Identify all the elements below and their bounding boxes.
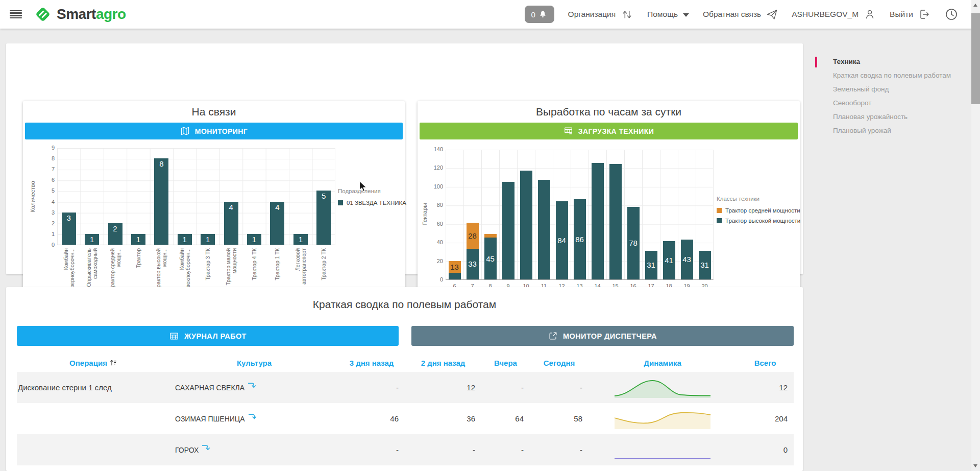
work-journal-button[interactable]: ЖУРНАЛ РАБОТ xyxy=(17,326,399,346)
stacked-bar-segment-high-power[interactable]: 86 xyxy=(574,199,586,279)
column-header-culture[interactable]: Культура xyxy=(170,359,338,367)
column-header-yesterday[interactable]: Вчера xyxy=(481,359,530,367)
drilldown-icon[interactable] xyxy=(202,443,210,452)
user-menu[interactable]: ASHURBEGOV_M xyxy=(792,8,876,20)
bar-value-label: 1 xyxy=(201,235,215,244)
cell-dynamics xyxy=(589,377,737,398)
legend-label: Трактор высокой мощности xyxy=(725,218,800,224)
drilldown-icon[interactable] xyxy=(248,412,257,421)
monitoring-button[interactable]: МОНИТОРИНГ xyxy=(25,123,403,139)
stacked-bar-segment-high-power[interactable] xyxy=(502,182,514,279)
stacked-bar-segment-high-power[interactable]: 43 xyxy=(681,240,693,279)
hamburger-menu-icon[interactable] xyxy=(10,10,22,19)
top-bar: Smartagro 0 Организация Помощь xyxy=(0,0,980,29)
legend-swatch xyxy=(717,218,722,223)
output-stacked-bar-plot: 1333284584867831414331 xyxy=(446,150,714,280)
column-header-total[interactable]: Всего xyxy=(737,359,794,367)
column-header-operation[interactable]: Операция xyxy=(17,359,170,367)
cell-dynamics xyxy=(589,439,737,461)
stacked-bar-segment-high-power[interactable]: 45 xyxy=(484,238,497,279)
stacked-bar-segment-medium-power[interactable]: 28 xyxy=(467,223,479,249)
legend-label: Трактор средней мощности xyxy=(725,207,800,214)
bar-segment[interactable]: 1 xyxy=(247,234,261,245)
equipment-load-button[interactable]: ЗАГРУЗКА ТЕХНИКИ xyxy=(420,123,798,139)
bar-segment[interactable]: 2 xyxy=(108,223,122,245)
stacked-bar-segment-high-power[interactable]: 33 xyxy=(467,249,479,279)
sidebar-item-2[interactable]: Краткая сводка по полевым работам xyxy=(815,71,968,80)
y-axis-tick-label: 100 xyxy=(424,183,443,190)
y-axis-tick-label: 8 xyxy=(35,155,55,161)
stacked-bar-segment-medium-power[interactable]: 13 xyxy=(449,261,461,273)
logo-text: Smartagro xyxy=(57,6,126,22)
stacked-bar-segment-high-power[interactable] xyxy=(538,180,550,279)
stacked-bar-segment-high-power[interactable]: 41 xyxy=(663,241,675,279)
bar-segment[interactable]: 1 xyxy=(131,234,145,245)
y-axis-tick-label: 7 xyxy=(35,166,55,172)
scrollbar-up-arrow[interactable] xyxy=(973,4,977,7)
bar-segment[interactable]: 3 xyxy=(62,213,76,245)
bar-segment[interactable]: 4 xyxy=(224,202,238,245)
bar-value-label: 1 xyxy=(247,235,261,244)
scrollbar-thumb[interactable] xyxy=(971,13,980,104)
bar-segment[interactable]: 5 xyxy=(316,191,331,245)
sidebar-item-4[interactable]: Севооборот xyxy=(815,99,968,108)
map-icon xyxy=(180,126,190,136)
drilldown-icon[interactable] xyxy=(248,381,256,390)
legend-swatch xyxy=(717,208,722,213)
notifications-button[interactable]: 0 xyxy=(525,6,554,23)
smartagro-dashboard: Smartagro 0 Организация Помощь xyxy=(0,0,980,471)
stacked-bar-segment-high-power[interactable] xyxy=(609,164,622,279)
y-axis-tick-label: 5 xyxy=(35,187,55,194)
stacked-bar-segment-high-power[interactable] xyxy=(449,273,461,279)
stacked-bar-segment-high-power[interactable]: 78 xyxy=(627,207,640,279)
scrollbar-down-arrow[interactable] xyxy=(973,464,977,467)
bar-segment[interactable]: 8 xyxy=(154,158,168,245)
history-button[interactable] xyxy=(944,7,959,21)
y-axis-tick-label: 3 xyxy=(35,209,55,216)
bar-value-label: 4 xyxy=(270,203,284,211)
chevron-down-icon xyxy=(683,13,689,17)
help-menu[interactable]: Помощь xyxy=(647,10,689,19)
table-row: ГОРОХ----0 xyxy=(17,434,794,465)
column-header-dynamics[interactable]: Динамика xyxy=(589,359,737,367)
sidebar-item-1[interactable]: Техника xyxy=(815,57,968,66)
stacked-bar-segment-high-power[interactable]: 31 xyxy=(699,251,711,279)
stacked-bar-segment-high-power[interactable] xyxy=(520,171,532,279)
y-axis-tick-label: 4 xyxy=(35,199,55,205)
column-header-3-days-ago[interactable]: 3 дня назад xyxy=(338,359,405,367)
sparkline-green-hump xyxy=(612,377,713,398)
legend-item[interactable]: Трактор высокой мощности xyxy=(717,218,798,224)
stacked-bar-segment-high-power[interactable]: 31 xyxy=(645,251,657,279)
bar-segment[interactable]: 4 xyxy=(270,202,284,245)
y-axis-tick-label: 0 xyxy=(424,276,443,282)
app-logo[interactable]: Smartagro xyxy=(33,5,126,24)
bar-segment[interactable]: 1 xyxy=(85,234,99,245)
stacked-bar-segment-high-power[interactable] xyxy=(592,163,604,279)
sidebar-item-6[interactable]: Плановый урожай xyxy=(815,126,968,135)
username: ASHURBEGOV_M xyxy=(792,10,859,19)
logout-button[interactable]: Выйти xyxy=(890,8,930,20)
bar-segment[interactable]: 1 xyxy=(178,234,192,245)
organization-menu[interactable]: Организация xyxy=(568,8,633,21)
culture-name: ГОРОХ xyxy=(175,446,199,454)
bar-value-label: 5 xyxy=(316,192,331,200)
column-header-2-days-ago[interactable]: 2 дня назад xyxy=(405,359,481,367)
legend-item[interactable]: Трактор средней мощности xyxy=(717,207,798,214)
vertical-scrollbar[interactable] xyxy=(971,0,980,471)
dispatcher-monitor-button[interactable]: МОНИТОР ДИСПЕТЧЕРА xyxy=(411,326,794,346)
stacked-bar-segment-high-power[interactable]: 84 xyxy=(556,201,568,279)
bar-value-label: 1 xyxy=(178,235,192,244)
column-header-today[interactable]: Сегодня xyxy=(530,359,589,367)
bar-segment[interactable]: 1 xyxy=(293,234,308,245)
y-axis-tick-label: 120 xyxy=(424,164,443,171)
cell-dynamics xyxy=(589,408,737,430)
sidebar-item-3[interactable]: Земельный фонд xyxy=(815,85,968,94)
stacked-bar-segment-medium-power[interactable] xyxy=(484,234,497,238)
bar-segment[interactable]: 1 xyxy=(201,234,215,245)
sort-ascending-icon xyxy=(109,359,117,367)
sidebar-item-5[interactable]: Плановая урожайность xyxy=(815,112,968,122)
feedback-link[interactable]: Обратная связь xyxy=(703,9,778,20)
bell-icon xyxy=(538,10,548,19)
legend-item[interactable]: 01 ЗВЕЗДА ТЕХНИКА xyxy=(338,200,403,206)
bar-value-label: 8 xyxy=(154,159,168,168)
